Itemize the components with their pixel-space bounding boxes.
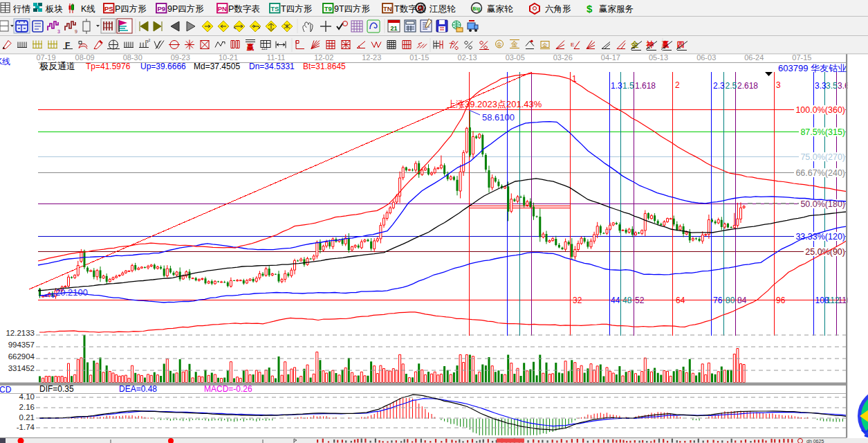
svg-text:32: 32 bbox=[573, 296, 582, 305]
svg-text:4.10: 4.10 bbox=[19, 392, 35, 401]
svg-text:TN: TN bbox=[383, 5, 392, 12]
svg-text:994357: 994357 bbox=[8, 341, 35, 349]
svg-text:04-17: 04-17 bbox=[601, 53, 620, 62]
svg-text:05-13: 05-13 bbox=[649, 53, 668, 62]
svg-text:Up=39.6666: Up=39.6666 bbox=[140, 62, 186, 71]
svg-text:64: 64 bbox=[676, 296, 685, 305]
svg-text:123: 123 bbox=[261, 46, 268, 51]
svg-text:1.5: 1.5 bbox=[622, 81, 634, 91]
svg-text:PN: PN bbox=[218, 5, 227, 12]
svg-text:江恩轮: 江恩轮 bbox=[430, 4, 456, 14]
svg-text:TS: TS bbox=[270, 5, 279, 12]
svg-text:2.5: 2.5 bbox=[726, 81, 737, 91]
svg-text:44: 44 bbox=[611, 296, 620, 305]
svg-text:dh 0625: dh 0625 bbox=[806, 439, 824, 443]
svg-text:08-30: 08-30 bbox=[123, 53, 142, 62]
svg-text:20.2100: 20.2100 bbox=[55, 287, 88, 298]
svg-text:07-15: 07-15 bbox=[792, 53, 811, 62]
svg-text:75.0%(270): 75.0%(270) bbox=[800, 152, 845, 162]
svg-text:87.5%(315): 87.5%(315) bbox=[800, 127, 845, 137]
svg-text:12.2133: 12.2133 bbox=[6, 329, 35, 337]
svg-text:赢家服务: 赢家服务 bbox=[599, 4, 634, 14]
svg-text:10-21: 10-21 bbox=[219, 53, 238, 62]
svg-text:12-02: 12-02 bbox=[314, 53, 333, 62]
svg-text:09-23: 09-23 bbox=[171, 53, 190, 62]
svg-text:极反通道: 极反通道 bbox=[39, 61, 75, 71]
svg-text:上涨39.2023点201.43%: 上涨39.2023点201.43% bbox=[447, 99, 542, 109]
svg-text:MACD: MACD bbox=[0, 385, 12, 395]
svg-text:2: 2 bbox=[675, 80, 680, 90]
svg-text:Tp=41.5976: Tp=41.5976 bbox=[86, 62, 131, 71]
svg-text:3.3: 3.3 bbox=[815, 81, 827, 91]
svg-text:Dn=34.5331: Dn=34.5331 bbox=[249, 62, 295, 71]
svg-text:80: 80 bbox=[726, 296, 735, 305]
svg-text:K线: K线 bbox=[81, 4, 95, 14]
svg-text:$: $ bbox=[587, 3, 593, 15]
svg-text:48: 48 bbox=[622, 296, 632, 305]
svg-text:9P四方形: 9P四方形 bbox=[167, 4, 204, 14]
svg-text:Big: Big bbox=[472, 6, 480, 12]
svg-text:331452: 331452 bbox=[8, 364, 35, 372]
svg-text:66.67%(240): 66.67%(240) bbox=[795, 168, 845, 178]
svg-text:11-11: 11-11 bbox=[267, 53, 286, 62]
svg-text:行情: 行情 bbox=[12, 4, 31, 14]
svg-text:T数字表: T数字表 bbox=[394, 4, 426, 14]
svg-text:金: 金 bbox=[496, 42, 502, 48]
svg-text:DEA=0.48: DEA=0.48 bbox=[119, 384, 157, 394]
svg-text:T四方形: T四方形 bbox=[281, 4, 313, 14]
svg-text:76: 76 bbox=[713, 296, 723, 305]
svg-text:E: E bbox=[571, 42, 574, 48]
svg-text:P四方形: P四方形 bbox=[115, 4, 147, 14]
svg-text:01-15: 01-15 bbox=[409, 53, 429, 62]
svg-text:1.618: 1.618 bbox=[635, 81, 656, 91]
svg-text:六角形: 六角形 bbox=[545, 4, 571, 14]
svg-text:9T四方形: 9T四方形 bbox=[334, 4, 371, 14]
svg-text:K线: K线 bbox=[0, 57, 10, 66]
svg-text:DIF=0.35: DIF=0.35 bbox=[39, 384, 74, 394]
svg-text:84: 84 bbox=[737, 296, 747, 305]
svg-text:金: 金 bbox=[542, 42, 548, 48]
svg-text:3.5: 3.5 bbox=[826, 81, 838, 91]
svg-text:662904: 662904 bbox=[8, 352, 35, 361]
svg-text:58.6100: 58.6100 bbox=[482, 112, 515, 123]
svg-text:-1.74: -1.74 bbox=[17, 423, 35, 431]
svg-text:603799 华友钴业: 603799 华友钴业 bbox=[778, 63, 847, 73]
svg-text:P数字表: P数字表 bbox=[228, 4, 260, 14]
svg-text:n²: n² bbox=[145, 38, 150, 44]
svg-text:2.618: 2.618 bbox=[737, 81, 758, 91]
svg-text:03-26: 03-26 bbox=[553, 53, 573, 62]
svg-text:3: 3 bbox=[57, 29, 60, 34]
svg-text:赢: 赢 bbox=[246, 43, 255, 51]
svg-text:02-13: 02-13 bbox=[458, 53, 477, 62]
svg-text:21: 21 bbox=[390, 25, 397, 32]
svg-text:25.0%(90): 25.0%(90) bbox=[805, 247, 845, 257]
svg-text:2.16: 2.16 bbox=[19, 403, 35, 411]
svg-text:MACD=-0.26: MACD=-0.26 bbox=[204, 384, 252, 394]
svg-text:3: 3 bbox=[776, 80, 781, 90]
svg-text:P9: P9 bbox=[157, 5, 165, 12]
svg-text:赢家轮: 赢家轮 bbox=[487, 4, 513, 14]
svg-text:08-09: 08-09 bbox=[75, 53, 95, 62]
svg-text:PS: PS bbox=[104, 5, 113, 12]
svg-text:9: 9 bbox=[75, 29, 77, 34]
svg-text:03-05: 03-05 bbox=[506, 53, 525, 62]
svg-text:0.21: 0.21 bbox=[19, 413, 35, 422]
svg-text:7: 7 bbox=[449, 42, 453, 50]
svg-text:06-03: 06-03 bbox=[696, 53, 716, 62]
svg-text:1.3: 1.3 bbox=[611, 81, 622, 91]
svg-text:金: 金 bbox=[510, 40, 518, 48]
svg-text:06-24: 06-24 bbox=[744, 53, 764, 62]
svg-text:Bt=31.8645: Bt=31.8645 bbox=[303, 62, 346, 71]
svg-text:板块: 板块 bbox=[45, 4, 63, 14]
svg-text:T9: T9 bbox=[324, 5, 332, 12]
svg-text:2.3: 2.3 bbox=[713, 81, 725, 91]
svg-text:12-23: 12-23 bbox=[362, 53, 381, 62]
svg-text:96: 96 bbox=[776, 296, 786, 305]
svg-text:100.0%(360): 100.0%(360) bbox=[795, 105, 845, 115]
svg-text:Md=37.4505: Md=37.4505 bbox=[194, 62, 240, 71]
svg-text:52: 52 bbox=[635, 296, 645, 305]
